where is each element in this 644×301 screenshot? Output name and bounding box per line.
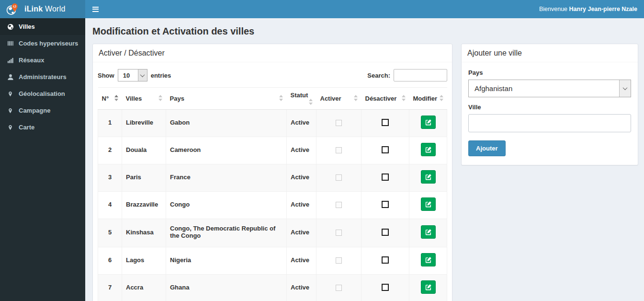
column-header-numero[interactable]: N° [98,88,122,110]
column-header-desactiver[interactable]: Désactiver [362,88,409,110]
desactiver-checkbox[interactable] [382,174,389,181]
page-length-select[interactable]: 10 [118,69,147,81]
globe-icon [7,23,14,30]
desactiver-checkbox[interactable] [382,256,389,264]
table-row: 1 Libreville Gabon Active [98,110,447,137]
globe-pin-logo-icon: $ [6,3,19,16]
brand-area[interactable]: $ iLink World [0,0,85,18]
column-header-statut[interactable]: Statut [287,88,316,110]
sidebar-item-r-seaux[interactable]: Réseaux [0,52,85,69]
sidebar-item-label: Carte [19,124,34,131]
sidebar-item-label: Administrateurs [19,73,67,81]
sort-icon [114,95,118,101]
cell-numero: 5 [98,219,122,247]
cell-statut: Active [287,247,316,275]
user-icon [7,74,14,81]
villes-table: N° Villes Pays Statut Activer Désactiver… [98,87,447,301]
modifier-button[interactable] [421,116,436,129]
cell-ville: Paris [122,164,166,192]
sidebar-nav: Villes Codes hyperviseurs Réseaux Admini… [0,18,85,301]
activer-checkbox[interactable] [336,174,342,181]
navbar: Bienvenue Hanry Jean-pierre Nzale [85,0,644,18]
modifier-button[interactable] [421,253,436,266]
table-row: 4 Brazzaville Congo Active [98,192,447,219]
sidebar-item-label: Géolocalisation [19,90,65,97]
cell-ville: Kinshasa [122,219,166,247]
ajouter-button[interactable]: Ajouter [468,140,506,156]
search-label: Search: [367,72,390,79]
sort-icon [309,99,313,105]
activer-checkbox[interactable] [336,147,342,153]
table-row: 2 Douala Cameroon Active [98,137,447,164]
activer-checkbox[interactable] [336,257,342,264]
entries-label: entries [151,72,171,79]
desactiver-checkbox[interactable] [382,119,389,126]
sidebar-item-g-olocalisation[interactable]: Géolocalisation [0,85,85,102]
cell-numero: 4 [98,192,122,219]
modifier-button[interactable] [421,225,436,239]
cell-numero: 6 [98,247,122,275]
cell-numero: 7 [98,275,122,301]
cell-ville: Brazzaville [122,192,166,219]
edit-pencil-icon [425,201,431,208]
map-pin-icon [7,91,14,97]
sidebar-item-campagne[interactable]: Campagne [0,102,85,119]
pays-select[interactable]: Afghanistan [469,80,631,97]
modifier-button[interactable] [421,143,436,156]
search-input[interactable] [394,69,447,81]
cell-statut: Active [287,137,316,164]
edit-pencil-icon [425,257,431,263]
cell-statut: Active [287,275,316,301]
cell-numero: 2 [98,137,122,164]
cell-pays: Nigeria [166,247,287,275]
cell-pays: Gabon [166,110,287,137]
main-content: Modification et Activation des villes Ac… [85,18,644,301]
sidebar-toggle-hamburger-icon[interactable] [85,0,105,18]
activer-checkbox[interactable] [336,230,342,236]
table-row: 7 Accra Ghana Active [98,275,447,301]
svg-text:$: $ [14,4,16,8]
desactiver-checkbox[interactable] [382,146,389,153]
brand-title: iLink World [24,5,66,13]
column-header-modifier[interactable]: Modifier [409,88,447,110]
top-header: $ iLink World Bienvenue Hanry Jean-pierr… [0,0,644,18]
signal-icon [7,57,14,63]
modifier-button[interactable] [421,197,436,211]
sidebar-item-label: Villes [19,23,35,30]
map-pin-icon [7,107,14,114]
table-row: 6 Lagos Nigeria Active [98,247,447,275]
activer-checkbox[interactable] [336,120,342,126]
column-header-activer[interactable]: Activer [316,88,362,110]
ville-input[interactable] [468,114,631,132]
sort-icon [354,95,358,101]
sort-icon [402,95,406,101]
cell-ville: Douala [122,137,166,164]
edit-pencil-icon [425,174,431,180]
cell-pays: Ghana [166,275,287,301]
column-header-pays[interactable]: Pays [166,88,287,110]
cell-statut: Active [287,192,316,219]
cell-numero: 3 [98,164,122,192]
modifier-button[interactable] [421,170,436,184]
cell-ville: Accra [122,275,166,301]
desactiver-checkbox[interactable] [382,229,389,236]
desactiver-checkbox[interactable] [382,284,389,291]
activer-checkbox[interactable] [336,285,342,291]
modifier-button[interactable] [421,280,436,294]
sidebar-item-codes-hyperviseurs[interactable]: Codes hyperviseurs [0,35,85,52]
column-header-villes[interactable]: Villes [122,88,166,110]
edit-pencil-icon [425,119,431,126]
sidebar-item-administrateurs[interactable]: Administrateurs [0,69,85,85]
activer-checkbox[interactable] [336,202,342,208]
table-row: 3 Paris France Active [98,164,447,192]
sidebar-item-label: Codes hyperviseurs [19,40,78,47]
sort-icon [158,95,162,101]
desactiver-checkbox[interactable] [382,201,389,208]
sidebar-item-carte[interactable]: Carte [0,119,85,136]
sidebar-item-label: Réseaux [19,57,44,64]
cell-ville: Libreville [122,110,166,137]
page-title: Modification et Activation des villes [92,26,638,37]
pays-label: Pays [468,69,631,76]
sort-icon [279,95,283,101]
sidebar-item-villes[interactable]: Villes [0,18,85,35]
